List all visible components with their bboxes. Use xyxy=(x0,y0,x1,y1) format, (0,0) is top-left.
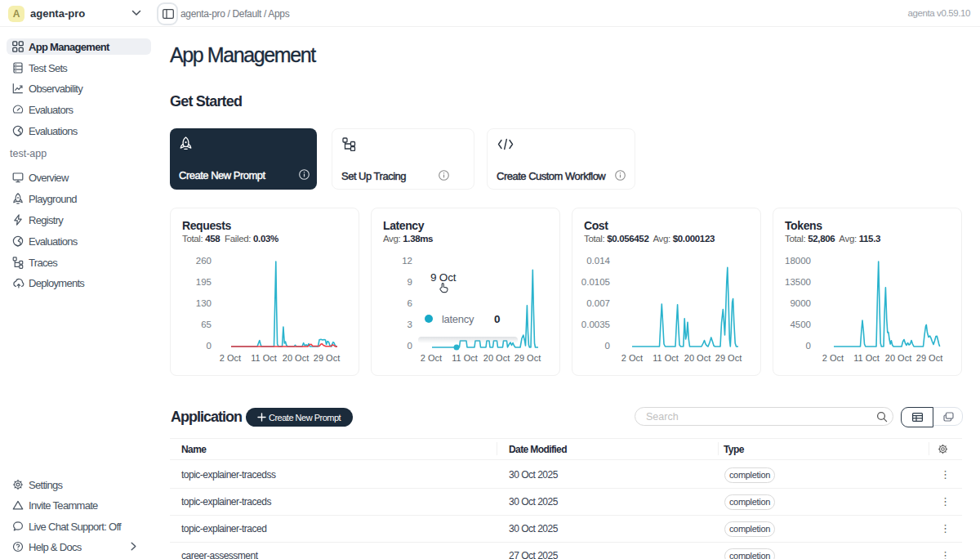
svg-text:6: 6 xyxy=(408,298,412,308)
svg-text:2 Oct: 2 Oct xyxy=(421,353,442,363)
svg-text:29 Oct: 29 Oct xyxy=(715,353,742,363)
svg-text:3: 3 xyxy=(408,320,412,329)
svg-text:29 Oct: 29 Oct xyxy=(916,353,942,363)
svg-text:65: 65 xyxy=(201,320,212,329)
svg-text:195: 195 xyxy=(196,277,212,287)
svg-text:20 Oct: 20 Oct xyxy=(885,353,911,363)
svg-text:11 Oct: 11 Oct xyxy=(452,353,478,363)
svg-text:13500: 13500 xyxy=(785,277,811,287)
svg-text:12: 12 xyxy=(402,256,412,266)
svg-text:11 Oct: 11 Oct xyxy=(853,353,880,363)
svg-text:4500: 4500 xyxy=(790,320,811,329)
svg-text:11 Oct: 11 Oct xyxy=(251,353,277,363)
svg-text:0: 0 xyxy=(408,341,412,351)
svg-text:20 Oct: 20 Oct xyxy=(283,353,309,363)
svg-text:0: 0 xyxy=(605,341,610,351)
svg-text:9000: 9000 xyxy=(790,298,811,308)
svg-text:20 Oct: 20 Oct xyxy=(483,353,510,363)
svg-text:0.007: 0.007 xyxy=(586,298,610,308)
svg-text:20 Oct: 20 Oct xyxy=(684,353,710,363)
svg-text:2 Oct: 2 Oct xyxy=(822,353,844,363)
svg-text:0.0105: 0.0105 xyxy=(581,277,610,287)
svg-text:260: 260 xyxy=(196,256,212,266)
svg-text:0: 0 xyxy=(806,341,811,351)
svg-text:0.014: 0.014 xyxy=(586,256,610,266)
svg-text:29 Oct: 29 Oct xyxy=(314,353,340,363)
svg-text:18000: 18000 xyxy=(785,256,811,266)
svg-text:0: 0 xyxy=(207,341,212,351)
svg-text:2 Oct: 2 Oct xyxy=(220,353,241,363)
svg-text:29 Oct: 29 Oct xyxy=(514,353,541,363)
svg-text:11 Oct: 11 Oct xyxy=(653,353,679,363)
svg-text:2 Oct: 2 Oct xyxy=(621,353,643,363)
svg-text:9: 9 xyxy=(408,277,412,287)
svg-text:130: 130 xyxy=(196,298,212,308)
svg-text:0.0035: 0.0035 xyxy=(581,320,610,329)
